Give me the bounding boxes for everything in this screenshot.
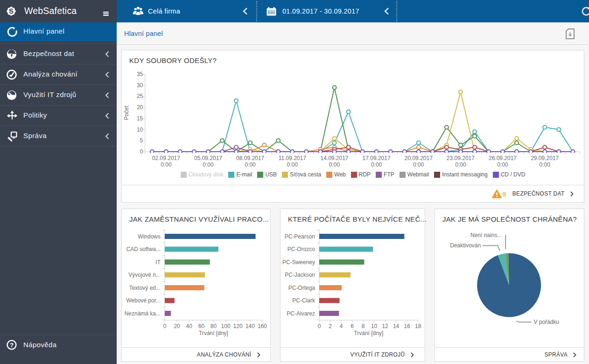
svg-text:Neznámá ka...: Neznámá ka... xyxy=(125,310,161,317)
svg-text:Windows: Windows xyxy=(138,233,161,240)
svg-text:0:00: 0:00 xyxy=(371,161,382,168)
svg-text:Deaktivován: Deaktivován xyxy=(450,242,481,249)
svg-text:Není nains...: Není nains... xyxy=(470,232,502,238)
svg-text:40: 40 xyxy=(186,323,193,329)
svg-text:CAD softwa...: CAD softwa... xyxy=(126,246,161,252)
svg-text:08.09.2017: 08.09.2017 xyxy=(236,155,264,161)
svg-text:PC-Alvarez: PC-Alvarez xyxy=(287,310,315,317)
svg-text:0:00: 0:00 xyxy=(455,161,466,168)
svg-text:PC-Orozco: PC-Orozco xyxy=(287,246,316,252)
svg-text:0: 0 xyxy=(140,148,143,155)
svg-text:Počet: Počet xyxy=(123,105,130,120)
svg-text:0:00: 0:00 xyxy=(203,161,214,168)
svg-text:0:00: 0:00 xyxy=(329,161,340,168)
svg-text:11.09.2017: 11.09.2017 xyxy=(279,155,306,161)
svg-text:0:00: 0:00 xyxy=(161,161,172,168)
svg-text:V pořádku: V pořádku xyxy=(534,319,560,325)
svg-text:PC-Ortega: PC-Ortega xyxy=(288,285,316,291)
svg-text:0:00: 0:00 xyxy=(540,161,551,168)
svg-text:8: 8 xyxy=(362,323,365,329)
svg-text:?: ? xyxy=(10,342,14,349)
svg-text:4: 4 xyxy=(340,323,343,329)
svg-text:15: 15 xyxy=(137,115,143,122)
svg-text:Webové por...: Webové por... xyxy=(126,297,161,304)
svg-text:26.09.2017: 26.09.2017 xyxy=(489,155,517,161)
svg-text:10: 10 xyxy=(137,126,143,133)
svg-text:20: 20 xyxy=(174,323,180,329)
svg-text:05.09.2017: 05.09.2017 xyxy=(194,155,222,161)
svg-text:0:00: 0:00 xyxy=(287,161,298,168)
svg-text:PC-Clark: PC-Clark xyxy=(292,297,316,304)
svg-text:0: 0 xyxy=(318,323,321,329)
svg-text:100: 100 xyxy=(221,323,231,329)
svg-text:16: 16 xyxy=(404,323,411,329)
svg-text:14: 14 xyxy=(393,323,400,329)
svg-text:160: 160 xyxy=(258,323,267,329)
svg-text:02.09.2017: 02.09.2017 xyxy=(152,155,180,161)
svg-text:25: 25 xyxy=(137,93,143,99)
svg-text:PC-Sweeney: PC-Sweeney xyxy=(282,259,315,266)
svg-text:12: 12 xyxy=(382,323,388,329)
svg-text:18: 18 xyxy=(415,323,421,329)
svg-text:0: 0 xyxy=(163,323,167,329)
svg-text:20: 20 xyxy=(137,104,143,111)
svg-text:0:00: 0:00 xyxy=(413,161,424,168)
svg-text:Vývojové n...: Vývojové n... xyxy=(128,272,161,278)
svg-text:PC-Pearson: PC-Pearson xyxy=(285,233,315,240)
svg-text:0:00: 0:00 xyxy=(497,161,508,168)
svg-text:140: 140 xyxy=(245,323,255,329)
svg-text:120: 120 xyxy=(233,323,243,329)
svg-text:0:00: 0:00 xyxy=(245,161,256,168)
svg-text:Trvání [dny]: Trvání [dny] xyxy=(354,330,383,336)
svg-text:2: 2 xyxy=(329,323,332,329)
svg-text:20.09.2017: 20.09.2017 xyxy=(405,155,433,161)
svg-text:17.09.2017: 17.09.2017 xyxy=(363,155,391,161)
svg-text:Trvání [dny]: Trvání [dny] xyxy=(199,330,228,336)
svg-text:29.09.2017: 29.09.2017 xyxy=(531,155,559,161)
svg-text:IT: IT xyxy=(155,259,161,266)
svg-text:PC-Jackson: PC-Jackson xyxy=(285,272,315,278)
svg-text:60: 60 xyxy=(198,323,205,329)
svg-text:Textový ed...: Textový ed... xyxy=(129,285,161,291)
svg-text:30: 30 xyxy=(137,82,143,89)
svg-text:14.09.2017: 14.09.2017 xyxy=(320,155,348,161)
svg-text:10: 10 xyxy=(371,323,378,329)
svg-text:80: 80 xyxy=(210,323,217,329)
svg-text:6: 6 xyxy=(351,323,354,329)
svg-text:35: 35 xyxy=(137,71,143,77)
svg-text:5: 5 xyxy=(140,137,143,144)
svg-text:23.09.2017: 23.09.2017 xyxy=(447,155,475,161)
